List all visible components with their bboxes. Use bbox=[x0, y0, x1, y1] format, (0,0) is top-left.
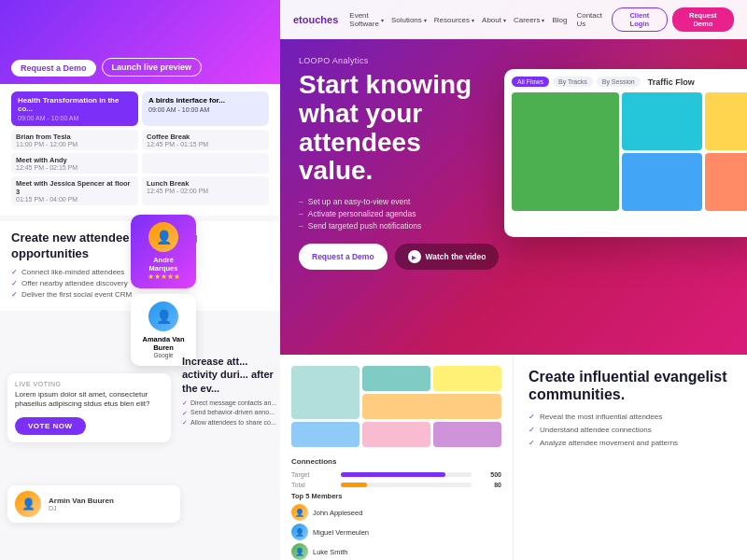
nav-link-about[interactable]: About bbox=[482, 11, 506, 28]
profile-company-2: Google bbox=[138, 352, 189, 358]
schedule-row-1: Brian from Tesla 11:00 PM - 12:00 PM Cof… bbox=[11, 130, 269, 150]
hero-section: LOOPO Analytics Start knowing what your … bbox=[280, 39, 747, 281]
member-name-3: Luke Smith bbox=[313, 548, 348, 556]
client-login-button[interactable]: Client Login bbox=[612, 7, 668, 32]
member-info-3: Luke Smith bbox=[313, 548, 348, 556]
hero-label: LOOPO Analytics bbox=[299, 56, 728, 65]
schedule-item bbox=[142, 153, 269, 174]
bottom-profile: 👤 Armin Van Buuren DJ bbox=[7, 485, 180, 523]
navigation: etouches Event Software Solutions Resour… bbox=[280, 0, 747, 39]
evangelist-title: Create influential evangelist communitie… bbox=[529, 368, 732, 403]
target-label: Target bbox=[291, 471, 333, 478]
hero-buttons: Request a Demo ▶ Watch the video bbox=[299, 244, 728, 270]
dashboard-header: All Flows By Tracks By Session Traffic F… bbox=[512, 77, 747, 87]
evangelist-area: Create influential evangelist communitie… bbox=[514, 355, 747, 560]
analytics-area: Connections Target 500 Total 80 Top 5 Me… bbox=[280, 355, 514, 560]
increase-title: Increase att... activity duri... after t… bbox=[182, 355, 280, 395]
voting-text: Lorem ipsum dolor sit amet, consectetur … bbox=[15, 390, 163, 410]
profile-cards-area: 👤 André Marques ★★★★★ 👤 Amanda Van Buren… bbox=[131, 215, 196, 371]
increase-item: Direct message contacts an... bbox=[182, 399, 280, 408]
profile-card-1: 👤 André Marques ★★★★★ bbox=[131, 215, 196, 288]
nav-link-resources[interactable]: Resources bbox=[434, 11, 474, 28]
member-name-1: John Appleseed bbox=[313, 509, 362, 517]
evangelist-list: Reveal the most influential attendees Un… bbox=[529, 413, 732, 447]
treemap-chart bbox=[512, 92, 747, 214]
nav-link-solutions[interactable]: Solutions bbox=[391, 11, 427, 28]
bottom-profile-role: DJ bbox=[49, 505, 114, 511]
total-bar bbox=[341, 483, 367, 487]
schedule-item: Meet with Jessica Spencer at floor 3 01:… bbox=[11, 176, 138, 205]
target-bar bbox=[341, 472, 445, 477]
dashboard-title: Traffic Flow bbox=[648, 77, 695, 87]
schedule-item: Meet with Andy 12:45 PM - 02:15 PM bbox=[11, 153, 138, 174]
play-icon: ▶ bbox=[408, 250, 421, 263]
mini-treemap-cell bbox=[433, 422, 501, 447]
member-avatar-1: 👤 bbox=[291, 504, 308, 521]
left-hero: Request a Demo Launch live preview bbox=[0, 0, 280, 84]
nav-link-blog[interactable]: Blog bbox=[552, 11, 569, 28]
member-info-2: Miguel Vermeulen bbox=[313, 528, 369, 537]
dashboard-tab-3[interactable]: By Session bbox=[597, 77, 641, 87]
member-row: 👤 John Appleseed bbox=[291, 504, 501, 521]
top-members-title: Top 5 Members bbox=[291, 492, 501, 500]
schedule-row-2: Meet with Andy 12:45 PM - 02:15 PM bbox=[11, 153, 269, 174]
total-bar-wrap bbox=[341, 483, 472, 487]
mini-treemap-cell bbox=[362, 394, 501, 419]
bottom-section: Connections Target 500 Total 80 Top 5 Me… bbox=[280, 355, 747, 560]
watch-video-button[interactable]: ▶ Watch the video bbox=[395, 244, 500, 270]
nav-link-contact[interactable]: Contact Us bbox=[576, 11, 604, 28]
increase-item: Allow attendees to share co... bbox=[182, 419, 280, 427]
evangelist-item: Analyze attendee movement and patterns bbox=[529, 439, 732, 447]
dashboard-mockup: All Flows By Tracks By Session Traffic F… bbox=[504, 69, 747, 237]
treemap-cell-4 bbox=[622, 153, 702, 211]
member-avatar-2: 👤 bbox=[291, 524, 308, 540]
member-name-2: Miguel Vermeulen bbox=[313, 528, 369, 537]
bottom-profile-info: Armin Van Buuren DJ bbox=[49, 497, 114, 511]
nav-links: Event Software Solutions Resources About… bbox=[349, 11, 604, 28]
target-bar-wrap bbox=[341, 472, 472, 477]
avatar-2: 👤 bbox=[148, 301, 178, 331]
target-value: 500 bbox=[479, 471, 501, 478]
left-panel: Request a Demo Launch live preview Healt… bbox=[0, 0, 280, 560]
schedule-card-2: A birds interface for... 09:00 AM - 10:0… bbox=[142, 91, 269, 126]
profile-name-2: Amanda Van Buren bbox=[138, 335, 189, 352]
increase-section: Increase att... activity duri... after t… bbox=[182, 355, 280, 428]
schedule-cards: Health Transformation in the co... 09:00… bbox=[11, 91, 269, 126]
request-demo-nav-button[interactable]: Request Demo bbox=[672, 7, 734, 32]
nav-link-event[interactable]: Event Software bbox=[349, 11, 384, 28]
mini-treemap-cell bbox=[291, 366, 359, 419]
member-info-1: John Appleseed bbox=[313, 509, 362, 517]
treemap-cell-2 bbox=[622, 92, 702, 150]
schedule-item: Brian from Tesla 11:00 PM - 12:00 PM bbox=[11, 130, 138, 150]
top-members: Top 5 Members 👤 John Appleseed 👤 Miguel … bbox=[291, 492, 501, 560]
schedule-item: Lunch Break 12:45 PM - 02:00 PM bbox=[142, 176, 269, 205]
mini-treemap-cell bbox=[362, 422, 430, 447]
increase-list: Direct message contacts an... Send behav… bbox=[182, 399, 280, 427]
dashboard-tab-1[interactable]: All Flows bbox=[512, 77, 549, 87]
voting-label: LIVE VOTING bbox=[15, 381, 163, 387]
mini-treemap-cell bbox=[433, 366, 501, 391]
increase-item: Send behavior-driven anno... bbox=[182, 409, 280, 417]
dashboard-tab-2[interactable]: By Tracks bbox=[553, 77, 593, 87]
nav-buttons: Client Login Request Demo bbox=[612, 7, 734, 32]
evangelist-item: Reveal the most influential attendees bbox=[529, 413, 732, 421]
launch-preview-button[interactable]: Launch live preview bbox=[102, 58, 203, 77]
treemap-cell-1 bbox=[512, 92, 619, 211]
nav-link-careers[interactable]: Careers bbox=[514, 11, 544, 28]
request-demo-left-button[interactable]: Request a Demo bbox=[11, 60, 96, 77]
request-demo-hero-button[interactable]: Request a Demo bbox=[299, 244, 388, 270]
schedule-card-1: Health Transformation in the co... 09:00… bbox=[11, 91, 138, 126]
treemap-cell-5 bbox=[705, 153, 747, 211]
member-avatar-3: 👤 bbox=[291, 543, 308, 560]
bottom-avatar: 👤 bbox=[15, 491, 41, 517]
treemap-cell-3 bbox=[705, 92, 747, 150]
mini-treemap bbox=[291, 366, 501, 450]
avatar-1: 👤 bbox=[148, 222, 178, 252]
profile-name-1: André Marques bbox=[138, 256, 189, 273]
member-row: 👤 Miguel Vermeulen bbox=[291, 524, 501, 540]
member-row: 👤 Luke Smith bbox=[291, 543, 501, 560]
vote-now-button[interactable]: VOTE NOW bbox=[15, 417, 86, 435]
evangelist-item: Understand attendee connections bbox=[529, 426, 732, 434]
voting-section: LIVE VOTING Lorem ipsum dolor sit amet, … bbox=[7, 373, 171, 442]
logo: etouches bbox=[293, 14, 338, 25]
